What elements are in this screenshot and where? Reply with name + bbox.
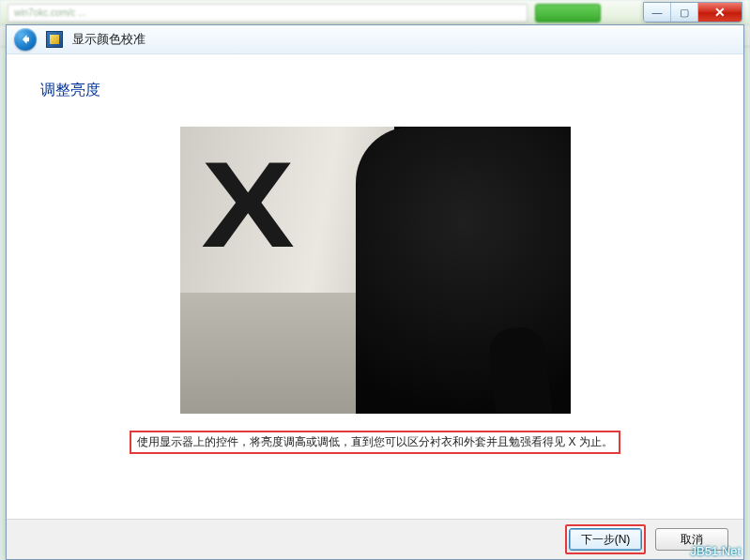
wizard-window: 显示颜色校准 调整亮度 X 使用显示器上的控件，将亮度调高或调低，直到您可以区分… (6, 24, 744, 560)
calibration-image: X (180, 127, 571, 414)
close-button[interactable]: ✕ (697, 3, 742, 22)
back-button[interactable] (14, 28, 37, 51)
address-bar: win7okc.com/c ... (8, 4, 528, 23)
wizard-footer: 下一步(N) 取消 (7, 519, 743, 559)
wizard-header: 显示颜色校准 (7, 25, 743, 54)
maximize-button[interactable]: ▢ (670, 3, 697, 22)
background-x-letter: X (201, 134, 283, 275)
download-button-blur (535, 4, 601, 23)
cancel-button[interactable]: 取消 (655, 528, 728, 551)
wizard-content: 调整亮度 X 使用显示器上的控件，将亮度调高或调低，直到您可以区分衬衣和外套并且… (7, 54, 743, 454)
app-title: 显示颜色校准 (72, 31, 145, 48)
minimize-button[interactable]: — (644, 3, 670, 22)
window-controls: — ▢ ✕ (643, 2, 742, 23)
next-button[interactable]: 下一步(N) (569, 528, 642, 551)
app-icon (46, 31, 63, 48)
instruction-text: 使用显示器上的控件，将亮度调高或调低，直到您可以区分衬衣和外套并且勉强看得见 X… (130, 431, 620, 454)
next-button-highlight: 下一步(N) (565, 524, 646, 554)
page-heading: 调整亮度 (40, 81, 710, 100)
back-arrow-icon (20, 34, 31, 45)
